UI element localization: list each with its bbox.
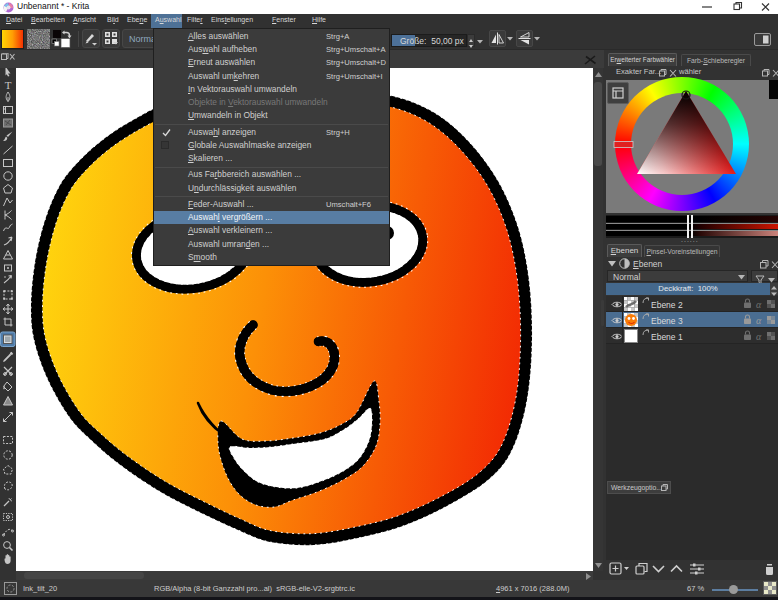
svg-text:T: T: [5, 79, 12, 91]
svg-text:α: α: [756, 299, 762, 310]
svg-text:α: α: [756, 315, 762, 326]
svg-text:α: α: [756, 331, 762, 342]
